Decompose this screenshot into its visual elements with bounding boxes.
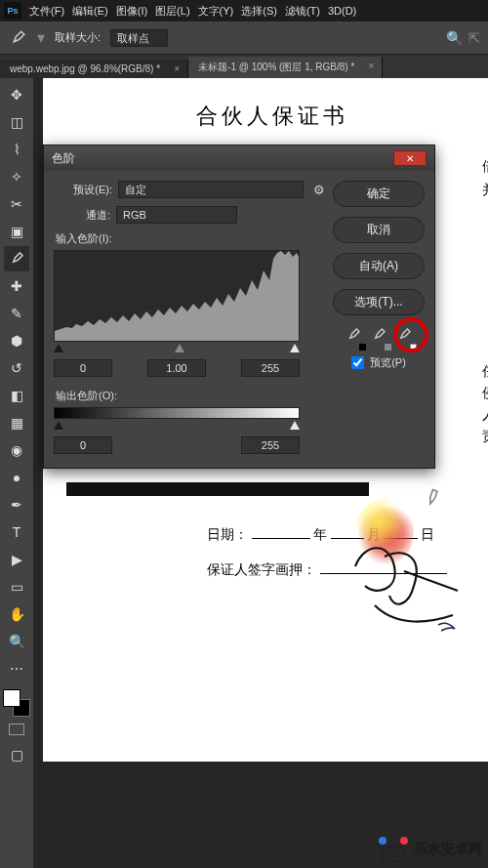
menu-layer[interactable]: 图层(L) (155, 4, 189, 19)
preset-label: 预设(E): (54, 183, 112, 197)
move-tool-icon[interactable]: ✥ (4, 82, 29, 107)
menu-filter[interactable]: 滤镜(T) (285, 4, 320, 19)
histogram (54, 250, 300, 342)
document-tabs: webp.webp.jpg @ 96.8%(RGB/8) *× 未标题-1 @ … (0, 55, 488, 78)
eyedropper-tool-icon[interactable] (4, 246, 29, 271)
sample-size-label: 取样大小: (55, 30, 101, 45)
watermark: 乐水安卓网 (379, 837, 482, 862)
edit-toolbar-icon[interactable]: ⋯ (4, 656, 29, 682)
preset-select[interactable]: 自定 (118, 181, 304, 198)
doc-text-fragment: 人 (482, 404, 488, 426)
crop-tool-icon[interactable]: ✂ (4, 191, 29, 217)
output-gradient (54, 407, 300, 419)
search-icon[interactable]: 🔍 (446, 30, 463, 46)
path-select-tool-icon[interactable]: ▶ (4, 547, 29, 572)
input-gamma-field[interactable]: 1.00 (147, 359, 206, 377)
healing-brush-tool-icon[interactable]: ✚ (4, 273, 29, 299)
shape-tool-icon[interactable]: ▭ (4, 574, 29, 599)
menu-bar: Ps 文件(F) 编辑(E) 图像(I) 图层(L) 文字(Y) 选择(S) 滤… (0, 0, 488, 21)
dodge-tool-icon[interactable]: ● (4, 465, 29, 490)
lasso-tool-icon[interactable]: ⌇ (4, 137, 29, 162)
input-black-field[interactable]: 0 (54, 359, 112, 377)
doc-text-fragment: 任 (482, 361, 488, 383)
tab-doc-1[interactable]: webp.webp.jpg @ 96.8%(RGB/8) *× (0, 60, 188, 78)
menu-image[interactable]: 图像(I) (116, 4, 147, 19)
preview-checkbox-input[interactable] (351, 356, 364, 369)
gear-icon[interactable]: ⚙ (313, 183, 325, 197)
color-swatch[interactable] (3, 689, 30, 717)
auto-button[interactable]: 自动(A) (333, 253, 425, 279)
close-icon[interactable]: × (174, 63, 180, 74)
white-point-slider[interactable] (290, 344, 300, 352)
zoom-tool-icon[interactable]: 🔍 (4, 629, 29, 654)
menu-3d[interactable]: 3D(D) (328, 5, 356, 17)
close-button[interactable]: ✕ (393, 150, 427, 166)
close-icon[interactable]: × (368, 61, 374, 71)
stamp-tool-icon[interactable]: ⬢ (4, 328, 29, 353)
white-point-eyedropper-icon[interactable] (396, 327, 412, 346)
midtone-slider[interactable] (175, 344, 184, 352)
frame-tool-icon[interactable]: ▣ (4, 219, 29, 244)
input-white-field[interactable]: 255 (241, 359, 300, 377)
share-icon[interactable]: ⇱ (468, 30, 480, 46)
levels-dialog: 色阶 ✕ 预设(E): 自定 ⚙ 通道: RGB 输入色阶(I): (43, 145, 435, 469)
options-button[interactable]: 选项(T)... (333, 289, 425, 315)
blur-tool-icon[interactable]: ◉ (4, 437, 29, 463)
eraser-tool-icon[interactable]: ◧ (4, 383, 29, 408)
doc-text-fragment: 并 (482, 180, 488, 201)
type-tool-icon[interactable]: T (4, 519, 29, 545)
black-point-eyedropper-icon[interactable] (346, 327, 361, 346)
pen-tool-icon[interactable]: ✒ (4, 492, 29, 517)
gamepad-icon (379, 837, 408, 862)
hand-tool-icon[interactable]: ✋ (4, 601, 29, 627)
gray-point-eyedropper-icon[interactable] (371, 327, 386, 346)
dialog-title: 色阶 (52, 150, 75, 167)
output-black-slider[interactable] (54, 421, 63, 430)
doc-text-fragment: 责 (482, 426, 488, 447)
svg-marker-0 (55, 251, 300, 342)
signature-area (346, 488, 472, 625)
menu-select[interactable]: 选择(S) (241, 4, 277, 19)
sampler-eyedroppers (333, 327, 425, 346)
output-black-field[interactable]: 0 (54, 436, 112, 454)
ok-button[interactable]: 确定 (333, 181, 425, 207)
output-levels-label: 输出色阶(O): (56, 389, 325, 403)
quick-mask-icon[interactable] (4, 719, 29, 740)
channel-label: 通道: (71, 208, 110, 223)
options-bar: ▾ 取样大小: 取样点 🔍 ⇱ (0, 21, 488, 55)
output-sliders[interactable] (54, 421, 300, 433)
history-brush-tool-icon[interactable]: ↺ (4, 355, 29, 381)
input-sliders[interactable] (54, 344, 300, 355)
doc-title: 合伙人保证书 (43, 78, 488, 131)
menu-type[interactable]: 文字(Y) (198, 4, 234, 19)
tab-doc-2[interactable]: 未标题-1 @ 100% (图层 1, RGB/8) *× (188, 57, 383, 78)
sample-size-select[interactable]: 取样点 (110, 29, 168, 47)
app-logo: Ps (4, 2, 21, 20)
menu-file[interactable]: 文件(F) (29, 4, 64, 19)
doc-text-fragment: 侵 (482, 383, 488, 404)
output-white-field[interactable]: 255 (241, 436, 300, 454)
doc-redacted-line (66, 482, 369, 496)
input-levels-label: 输入色阶(I): (56, 231, 325, 246)
tool-panel: ✥ ◫ ⌇ ✧ ✂ ▣ ✚ ✎ ⬢ ↺ ◧ ▦ ◉ ● ✒ T ▶ ▭ ✋ 🔍 … (0, 78, 33, 868)
magic-wand-tool-icon[interactable]: ✧ (4, 164, 29, 189)
gradient-tool-icon[interactable]: ▦ (4, 410, 29, 435)
output-white-slider[interactable] (290, 421, 300, 430)
marquee-tool-icon[interactable]: ◫ (4, 109, 29, 135)
preview-checkbox[interactable]: 预览(P) (333, 355, 425, 370)
menu-edit[interactable]: 编辑(E) (72, 4, 108, 19)
eyedropper-cursor-icon (420, 485, 448, 516)
handwritten-signature (346, 537, 482, 635)
cancel-button[interactable]: 取消 (333, 217, 425, 243)
screen-mode-icon[interactable]: ▢ (4, 742, 29, 767)
doc-text-fragment: 倍 (482, 156, 488, 178)
black-point-slider[interactable] (54, 344, 63, 352)
channel-select[interactable]: RGB (116, 206, 237, 224)
brush-tool-icon[interactable]: ✎ (4, 301, 29, 326)
eyedropper-tool-icon[interactable] (8, 28, 27, 48)
dialog-titlebar[interactable]: 色阶 ✕ (44, 145, 434, 171)
